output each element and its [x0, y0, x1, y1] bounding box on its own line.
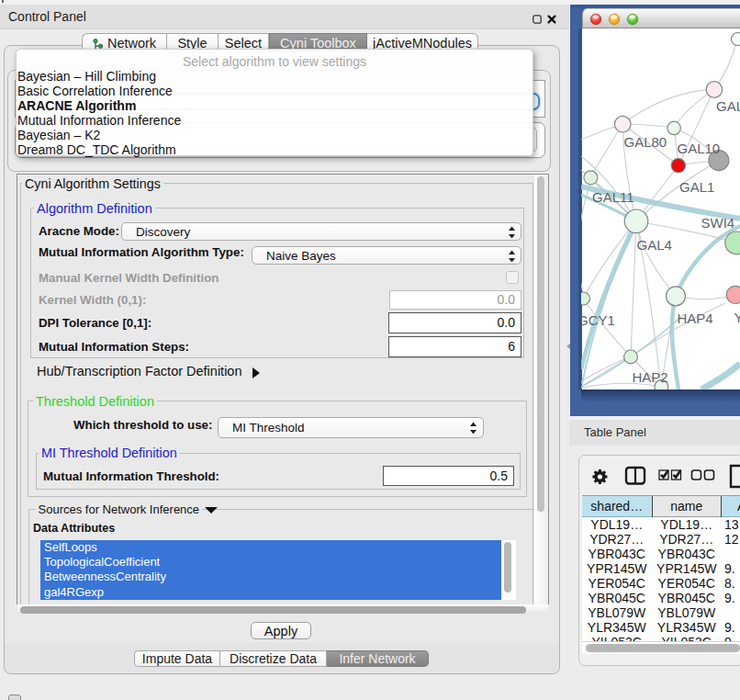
svg-text:GAL7: GAL7 — [716, 98, 740, 114]
svg-text:GAL80: GAL80 — [624, 134, 667, 150]
svg-text:HAP4: HAP4 — [678, 310, 713, 326]
svg-text:GAL11: GAL11 — [592, 189, 634, 205]
svg-text:GAL4: GAL4 — [637, 237, 672, 253]
svg-text:GCY1: GCY1 — [581, 312, 615, 328]
svg-text:GAL10: GAL10 — [678, 141, 721, 156]
svg-text:YJ: YJ — [734, 310, 740, 325]
svg-text:GAL1: GAL1 — [679, 179, 714, 195]
svg-text:SWI4: SWI4 — [701, 215, 735, 231]
svg-text:HAP2: HAP2 — [633, 369, 668, 385]
